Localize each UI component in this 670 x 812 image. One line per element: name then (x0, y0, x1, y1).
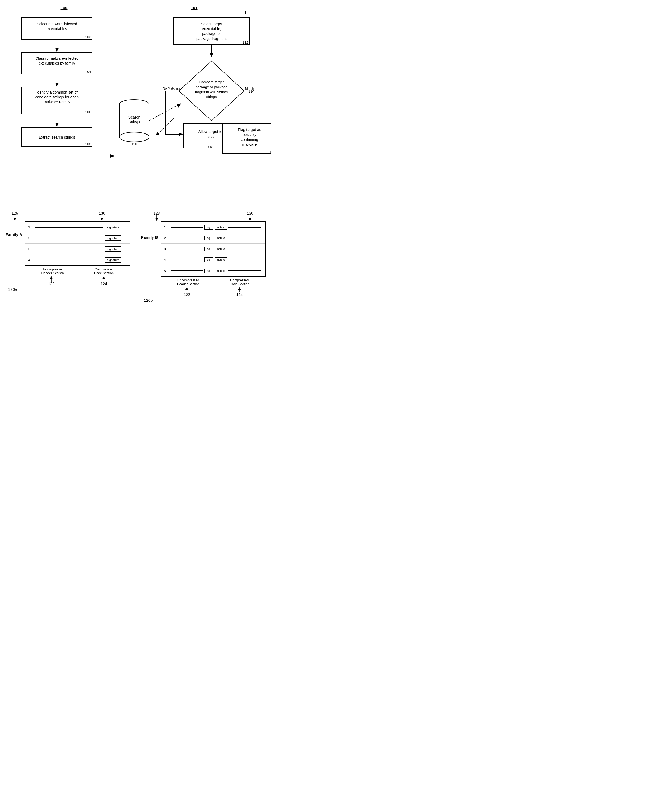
b-row-4-left-line (171, 259, 204, 260)
flag-t3: containing (241, 137, 258, 142)
right-box-1-t3: package or (202, 32, 221, 36)
ref-130b: 130 (247, 211, 253, 215)
svg-marker-9 (156, 218, 158, 221)
a-right-section-label: CompressedCode Section (78, 268, 130, 275)
diagram-a-box-wrap: 1 signature 2 signature 3 (25, 221, 130, 286)
left-box-2-text2: executables by family (39, 61, 75, 65)
row-4-sig: signature (105, 257, 122, 263)
svg-marker-14 (238, 287, 241, 290)
right-box-1-t2: executable, (202, 27, 221, 31)
b-row-4-nature: nature (215, 258, 227, 262)
diagram-b-with-label: Family B 1 sig nature (141, 221, 266, 297)
ref-126: 126 (12, 211, 18, 215)
dashed-back-head (156, 132, 159, 136)
ref130-area: 130 (99, 211, 105, 221)
ref128-arrow (154, 215, 159, 221)
ref-110: 110 (131, 142, 137, 146)
diagram-b-bottom-refs: 122 124 (161, 287, 266, 297)
ref130b-arrow (247, 215, 253, 221)
b-row-5-nature: nature (215, 269, 227, 273)
cylinder-label2: Strings (128, 120, 140, 124)
b-row-1-right-line (228, 227, 261, 228)
ref-108: 108 (85, 142, 91, 146)
right-box-1-t4: package fragment (196, 36, 227, 41)
b-row-4-num: 4 (164, 258, 169, 262)
b-up-arrow-124 (237, 287, 242, 292)
b-row-4-sig: sig (205, 258, 213, 262)
diagram-b-separator (203, 222, 203, 276)
ref-100-label: 100 (61, 5, 67, 10)
svg-marker-4 (50, 276, 52, 279)
ref-112: 112 (242, 41, 249, 44)
family-b-label: Family B (141, 235, 158, 239)
a-ref-122: 122 (48, 281, 54, 286)
b-row-1-nature: nature (215, 225, 227, 229)
left-box-3-t3: malware Family (44, 100, 70, 104)
b-row-1-left-line (171, 227, 204, 228)
r-arrow-1-head (210, 53, 213, 57)
no-match-head (179, 133, 183, 136)
ref-116: 116 (207, 145, 213, 149)
top-label-row: 100 101 (5, 5, 266, 14)
a-up-arrow-122 (49, 276, 54, 281)
dashed-arrow-line (149, 105, 179, 121)
left-box-3-t1: Identify a common set of (36, 90, 78, 95)
b-row-5-right-line (228, 271, 261, 271)
left-brace-area: 100 (5, 5, 123, 14)
b-ref-122: 122 (184, 292, 190, 297)
flag-t4: malware (242, 142, 257, 146)
diagram-b-id-area: 120b (144, 298, 153, 302)
ref126-area: 126 (12, 211, 18, 221)
ref-101-label: 101 (191, 5, 197, 10)
diagram-b-row-3: 3 sig nature (161, 244, 265, 254)
b-row-2-right-line (228, 238, 261, 239)
row-1-num: 1 (28, 225, 34, 229)
cylinder-label1: Search (128, 115, 140, 119)
page-container: 100 101 (5, 5, 266, 302)
b-ref-124: 124 (236, 292, 242, 297)
arrow-1-head (55, 48, 59, 53)
diagram-a-id-area: 120a (8, 287, 17, 292)
b-row-2-nature: nature (215, 236, 227, 241)
a-ref122-area: 122 (48, 276, 54, 286)
row-4-num: 4 (28, 258, 34, 262)
arrow-4-head (110, 154, 115, 158)
b-up-arrow-122 (184, 287, 189, 292)
diagram-b-row-5: 5 sig nature (161, 265, 265, 276)
ref130-arrow (99, 215, 105, 221)
row-1-line (35, 227, 103, 228)
right-brace-area: 101 (123, 5, 266, 14)
diagram-a-separator (78, 222, 78, 265)
left-box-1-text2: executables (47, 27, 67, 31)
match-label: Match (245, 87, 254, 91)
a-ref-124: 124 (101, 281, 107, 286)
b-ref122-area: 122 (184, 287, 190, 297)
svg-marker-11 (249, 218, 251, 221)
ref-104: 104 (85, 70, 91, 74)
right-box-1-t1: Select target (201, 22, 222, 26)
b-row-1-num: 1 (164, 225, 169, 229)
svg-marker-3 (101, 218, 103, 221)
b-row-3-num: 3 (164, 247, 169, 251)
row-3-num: 3 (28, 247, 34, 251)
ref130b-area: 130 (247, 211, 253, 221)
no-matches-label: No Matches (163, 86, 180, 90)
ref-118: 118 (269, 150, 271, 154)
diamond-t4: strings (206, 95, 217, 99)
diagram-a: 126 130 Family A (5, 211, 130, 302)
family-a-label: Family A (5, 232, 22, 237)
allow-t2: pass (206, 135, 215, 139)
b-row-5-sig: sig (205, 269, 213, 273)
row-1-sig: signature (105, 225, 122, 230)
b-row-4-right-line (228, 259, 261, 260)
a-ref124-area: 124 (101, 276, 107, 286)
b-row-5-left-line (171, 271, 204, 271)
diagram-b: 128 130 Family B (141, 211, 266, 302)
diamond-t2: package or package (196, 85, 227, 89)
b-row-3-right-line (228, 249, 261, 249)
diagram-b-section-labels: UncompressedHeader Section CompressedCod… (161, 278, 266, 286)
left-box-1-text: Select malware-infected (37, 22, 77, 26)
ref-128: 128 (154, 211, 160, 215)
left-box-2-text: Classify malware-infected (35, 56, 79, 61)
diagram-b-top-refs: 128 130 (141, 211, 266, 221)
